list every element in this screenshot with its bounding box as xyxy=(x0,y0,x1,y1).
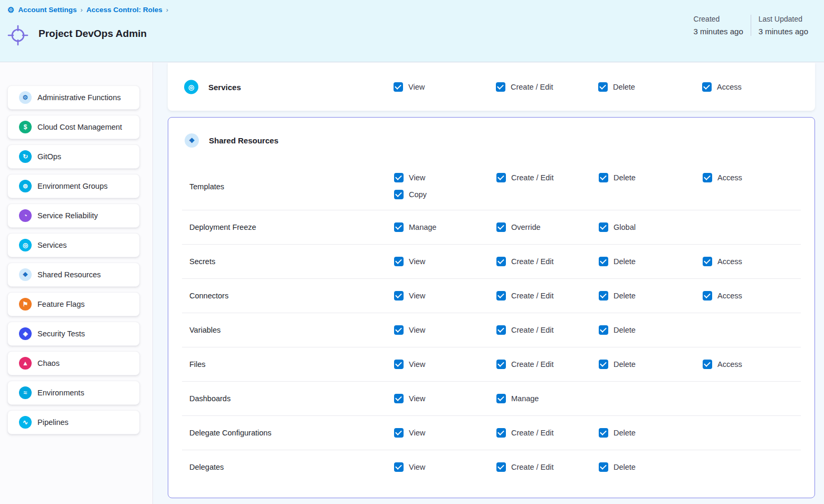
cloud-dollar-icon: $ xyxy=(19,121,32,133)
sidebar-item-pipelines[interactable]: ∿Pipelines xyxy=(7,410,140,434)
permission-variables-view: View xyxy=(394,325,425,335)
permission-col-1: View xyxy=(394,291,425,301)
sidebar-item-chaos[interactable]: ▲Chaos xyxy=(7,351,140,375)
checkbox-checked[interactable] xyxy=(496,222,506,232)
breadcrumb-access-control-roles[interactable]: Access Control: Roles xyxy=(87,6,162,14)
checkbox-checked[interactable] xyxy=(496,325,506,335)
permission-col-4: Access xyxy=(703,291,742,301)
checkbox-label: Delete xyxy=(614,360,636,369)
checkbox-checked[interactable] xyxy=(599,173,608,182)
checkbox-label: Create / Edit xyxy=(511,326,554,334)
permission-row-files: FilesViewCreate / EditDeleteAccess xyxy=(168,347,815,381)
permission-templates-delete: Delete xyxy=(599,173,636,182)
service-reliability-icon: ◔ xyxy=(19,209,32,222)
permission-row-variables: VariablesViewCreate / EditDelete xyxy=(168,313,815,347)
shared-resources-rows: TemplatesViewCopyCreate / EditDeleteAcce… xyxy=(168,163,815,484)
sidebar-item-administrative-functions[interactable]: ⚙Administrative Functions xyxy=(7,85,140,110)
checkbox-checked[interactable] xyxy=(496,291,506,301)
shared-resources-icon: ❖ xyxy=(185,133,199,148)
checkbox-label: View xyxy=(409,360,425,369)
sidebar-item-services[interactable]: ◎Services xyxy=(7,233,140,257)
checkbox-checked[interactable] xyxy=(394,190,404,199)
sidebar-item-shared-resources[interactable]: ❖Shared Resources xyxy=(7,263,140,287)
checkbox-label: Access xyxy=(717,292,742,300)
permission-connectors-access: Access xyxy=(703,291,742,301)
sidebar-item-feature-flags[interactable]: ⚑Feature Flags xyxy=(7,292,140,316)
permission-row-delegate-configurations: Delegate ConfigurationsViewCreate / Edit… xyxy=(168,415,815,450)
checkbox-checked[interactable] xyxy=(599,360,608,369)
checkbox-checked[interactable] xyxy=(394,462,404,472)
resource-label: Delegates xyxy=(189,463,224,471)
permission-col-1: View xyxy=(394,325,425,335)
sidebar-item-environments[interactable]: ≈Environments xyxy=(7,381,140,405)
sidebar-item-security-tests[interactable]: ◈Security Tests xyxy=(7,322,140,346)
checkbox-checked[interactable] xyxy=(394,173,404,182)
checkbox-checked[interactable] xyxy=(703,360,712,369)
last-updated-value: 3 minutes ago xyxy=(759,27,808,36)
permission-col-1: ViewCopy xyxy=(394,173,427,199)
checkbox-label: Create / Edit xyxy=(511,173,554,182)
checkbox-checked[interactable] xyxy=(703,291,712,301)
sidebar-item-label: Administrative Functions xyxy=(37,93,121,102)
checkbox-checked[interactable] xyxy=(496,257,506,266)
checkbox-checked[interactable] xyxy=(599,222,608,232)
permission-col-3: Delete xyxy=(598,82,635,92)
sidebar-item-environment-groups[interactable]: ⊚Environment Groups xyxy=(7,174,140,198)
checkbox-checked[interactable] xyxy=(394,325,404,335)
checkbox-checked[interactable] xyxy=(496,360,506,369)
permission-col-3: Delete xyxy=(599,462,636,472)
permission-templates-view: View xyxy=(394,173,427,182)
checkbox-checked[interactable] xyxy=(599,462,608,472)
permission-col-1: View xyxy=(394,428,425,438)
checkbox-checked[interactable] xyxy=(394,222,404,232)
breadcrumb-account-settings[interactable]: Account Settings xyxy=(18,6,76,14)
permission-row-templates: TemplatesViewCopyCreate / EditDeleteAcce… xyxy=(168,163,815,210)
checkbox-checked[interactable] xyxy=(703,257,712,266)
permission-connectors-view: View xyxy=(394,291,425,301)
checkbox-label: Delete xyxy=(614,326,636,334)
checkbox-checked[interactable] xyxy=(394,428,404,438)
permission-secrets-delete: Delete xyxy=(599,257,636,266)
permission-dashboards-manage: Manage xyxy=(496,394,539,403)
checkbox-checked[interactable] xyxy=(703,173,712,182)
permission-secrets-access: Access xyxy=(703,257,742,266)
checkbox-checked[interactable] xyxy=(394,394,404,403)
checkbox-checked[interactable] xyxy=(702,82,712,92)
sidebar-item-gitops[interactable]: ↻GitOps xyxy=(7,144,140,169)
checkbox-checked[interactable] xyxy=(599,291,608,301)
checkbox-checked[interactable] xyxy=(599,428,608,438)
resource-label: Secrets xyxy=(189,257,215,266)
checkbox-checked[interactable] xyxy=(496,462,506,472)
shared-resources-panel-title: Shared Resources xyxy=(209,136,279,145)
permission-col-2: Create / Edit xyxy=(496,82,553,92)
checkbox-label: View xyxy=(409,394,425,403)
checkbox-checked[interactable] xyxy=(496,173,506,182)
checkbox-label: Access xyxy=(717,83,742,91)
sidebar-item-service-reliability[interactable]: ◔Service Reliability xyxy=(7,203,140,228)
permission-files-delete: Delete xyxy=(599,360,636,369)
checkbox-label: View xyxy=(409,173,425,182)
checkbox-checked[interactable] xyxy=(598,82,608,92)
checkbox-label: Access xyxy=(717,173,742,182)
checkbox-checked[interactable] xyxy=(496,82,505,92)
sidebar-item-label: Environment Groups xyxy=(37,182,108,190)
page-header: ⚙ Account Settings › Access Control: Rol… xyxy=(0,0,824,62)
permission-delegate-configurations-view: View xyxy=(394,428,425,438)
checkbox-checked[interactable] xyxy=(599,325,608,335)
services-permissions-card: ◎ Services ViewCreate / EditDeleteAccess xyxy=(168,63,815,111)
environment-groups-icon: ⊚ xyxy=(19,180,32,192)
checkbox-checked[interactable] xyxy=(394,82,403,92)
roles-permissions-page: ⚙ Account Settings › Access Control: Rol… xyxy=(0,0,824,504)
checkbox-checked[interactable] xyxy=(496,394,506,403)
shared-resources-panel-header: ❖ Shared Resources xyxy=(185,133,279,148)
sidebar-item-label: Security Tests xyxy=(37,329,85,338)
checkbox-checked[interactable] xyxy=(496,428,506,438)
shared-resources-permissions-panel: ❖ Shared Resources TemplatesViewCopyCrea… xyxy=(168,117,815,498)
checkbox-checked[interactable] xyxy=(394,360,404,369)
checkbox-label: Delete xyxy=(614,173,636,182)
checkbox-checked[interactable] xyxy=(394,291,404,301)
checkbox-checked[interactable] xyxy=(599,257,608,266)
sidebar-item-cloud-cost-management[interactable]: $Cloud Cost Management xyxy=(7,115,140,139)
checkbox-checked[interactable] xyxy=(394,257,404,266)
checkbox-label: Delete xyxy=(613,83,635,91)
